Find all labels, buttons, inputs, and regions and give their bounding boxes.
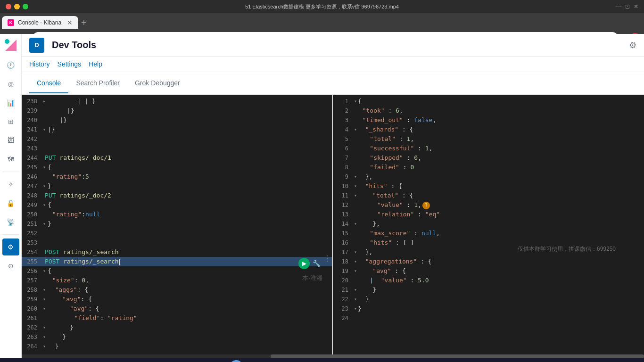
video-player-bar: 00:10:39 / 00:12:23 ⏹ ⏮ ▶ ⏭ 🔊 📷 ⊡ ⛶ <box>0 358 644 362</box>
title-bar-text: 51 Elasticsearch数据建模 更多学习资源，联系v信 9697967… <box>28 3 616 10</box>
browser-tab-console[interactable]: K Console - Kibana ✕ <box>2 16 78 29</box>
line-number: 10 <box>333 181 354 191</box>
collapse-arrow[interactable]: ▾ <box>354 125 357 134</box>
collapse-arrow[interactable]: ▾ <box>354 247 357 257</box>
settings-gear-icon[interactable]: ⚙ <box>629 40 636 50</box>
line-content: } <box>358 304 644 313</box>
maximize-btn[interactable] <box>23 4 28 9</box>
fold-marker[interactable]: ▾ <box>43 266 46 276</box>
minimize-btn[interactable] <box>14 4 20 9</box>
collapse-arrow[interactable]: ▾ <box>354 285 357 295</box>
restore-icon[interactable]: ⊡ <box>625 3 630 10</box>
code-lines-left: 238 ▸ | | } 239 |} 240 <box>22 95 332 353</box>
line-number: 6 <box>333 144 354 153</box>
sidebar-item-ml[interactable]: ✧ <box>2 176 19 193</box>
settings-menu-item[interactable]: Settings <box>58 60 82 68</box>
fold-marker[interactable]: ▾ <box>43 323 46 332</box>
collapse-arrow[interactable]: ▾ <box>354 266 357 276</box>
horizontal-scrollbar[interactable] <box>22 354 644 358</box>
line-content: }, <box>358 172 644 181</box>
line-number: 241 <box>22 125 43 134</box>
sidebar-item-management[interactable]: ⊙ <box>2 257 19 274</box>
sidebar-item-discover[interactable]: ◎ <box>2 75 19 92</box>
line-number: 250 <box>22 210 43 219</box>
help-menu-item[interactable]: Help <box>89 60 102 68</box>
collapse-arrow[interactable]: ▾ <box>354 257 357 266</box>
fold-marker[interactable]: ▾ <box>43 342 46 351</box>
line-number: 239 <box>22 106 43 115</box>
collapse-arrow[interactable]: ▾ <box>354 304 357 313</box>
context-menu-icon[interactable]: ⋮ <box>323 254 331 263</box>
fold-marker[interactable]: ▾ <box>43 163 46 172</box>
collapse-arrow[interactable]: ▾ <box>354 172 357 181</box>
sidebar-item-maps[interactable]: 🗺 <box>2 151 19 168</box>
sidebar-item-security[interactable]: 🔒 <box>2 195 19 212</box>
line-number: 5 <box>333 134 354 144</box>
sidebar-item-devtools[interactable]: ⚙ <box>2 239 19 255</box>
fold-marker[interactable]: ▾ <box>43 125 46 134</box>
collapse-arrow[interactable]: ▾ <box>354 181 357 191</box>
table-row: 238 ▸ | | } <box>22 97 332 106</box>
minimize-window-icon[interactable]: — <box>616 3 621 10</box>
line-content: "avg": { <box>48 295 332 304</box>
fold-marker[interactable]: ▾ <box>43 200 46 210</box>
line-content: "successful" : 1, <box>355 144 644 153</box>
collapse-arrow[interactable]: ▾ <box>354 191 357 200</box>
line-number: 1 <box>333 97 354 106</box>
table-row: 251 ▾ } <box>22 219 332 229</box>
collapse-arrow[interactable]: ▾ <box>354 219 357 229</box>
code-editor-right[interactable]: 1 ▾ { 2 "took" : 6, 3 <box>333 95 644 354</box>
collapse-arrow[interactable]: ▾ <box>354 97 357 106</box>
history-menu-item[interactable]: History <box>29 60 50 68</box>
tab-close-icon[interactable]: ✕ <box>67 19 73 26</box>
fold-marker[interactable]: ▾ <box>43 219 46 229</box>
fold-marker[interactable]: ▾ <box>43 304 46 313</box>
table-row: 255 POST ratings/_search ▶ 🔧 <box>22 257 332 266</box>
editor-area: 238 ▸ | | } 239 |} 240 <box>22 95 644 354</box>
tab-search-profiler[interactable]: Search Profiler <box>68 74 127 93</box>
tab-console[interactable]: Console <box>29 74 68 93</box>
close-btn[interactable] <box>6 4 11 9</box>
fold-marker[interactable]: ▸ <box>43 97 46 106</box>
line-content: } <box>48 181 332 191</box>
line-number: 3 <box>333 115 354 125</box>
table-row: 1 ▾ { <box>333 97 644 106</box>
video-controls: ⏹ ⏮ ▶ ⏭ 🔊 <box>205 360 463 362</box>
options-button[interactable]: 🔧 <box>313 260 321 267</box>
fold-marker[interactable]: ▾ <box>43 295 46 304</box>
sidebar-item-recent[interactable]: 🕐 <box>2 57 19 74</box>
line-number: 254 <box>22 247 43 257</box>
fold-marker[interactable]: ▾ <box>43 285 46 295</box>
sidebar-item-visualize[interactable]: 📊 <box>2 94 19 111</box>
line-content: PUT ratings/_doc/1 <box>45 153 332 163</box>
sidebar-item-canvas[interactable]: 🖼 <box>2 132 19 149</box>
scroll-thumb[interactable] <box>271 354 644 358</box>
table-row: 246 "rating":5 <box>22 172 332 181</box>
table-row: 252 <box>22 229 332 238</box>
code-editor-left[interactable]: 238 ▸ | | } 239 |} 240 <box>22 95 332 354</box>
fold-marker[interactable]: ▾ <box>43 332 46 342</box>
code-lines-right: 1 ▾ { 2 "took" : 6, 3 <box>333 95 644 325</box>
line-content: }, <box>358 219 644 229</box>
run-button[interactable]: ▶ <box>298 258 310 269</box>
collapse-arrow[interactable]: ▾ <box>354 295 357 304</box>
line-number: 242 <box>22 134 43 144</box>
line-number: 258 <box>22 285 43 295</box>
fold-marker[interactable]: ▾ <box>43 181 46 191</box>
line-content: "_shards" : { <box>358 125 644 134</box>
sidebar-item-monitoring[interactable]: 📡 <box>2 214 19 230</box>
sidebar-item-dashboard[interactable]: ⊞ <box>2 113 19 130</box>
line-number: 23 <box>333 304 354 313</box>
table-row: 253 <box>22 238 332 247</box>
table-row: 3 "timed_out" : false, <box>333 115 644 125</box>
new-tab-button[interactable]: + <box>81 16 87 29</box>
tab-grok-debugger[interactable]: Grok Debugger <box>127 74 188 93</box>
play-pause-button[interactable]: ▶ <box>230 360 243 362</box>
close-window-icon[interactable]: ✕ <box>634 3 638 10</box>
line-content: "skipped" : 0, <box>355 153 644 163</box>
line-number: 13 <box>333 210 354 219</box>
table-row: 11 ▾ "total" : { <box>333 191 644 200</box>
table-row: 247 ▾ } <box>22 181 332 191</box>
line-content: | | } <box>48 97 332 106</box>
table-row: 15 "max_score" : null, <box>333 229 644 238</box>
